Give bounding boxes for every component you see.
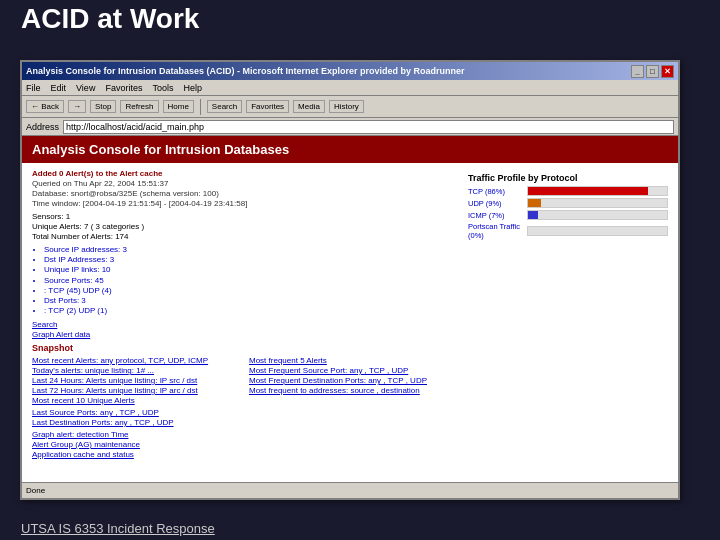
menu-bar: File Edit View Favorites Tools Help xyxy=(22,80,678,96)
address-input[interactable] xyxy=(63,120,674,134)
port-detail: : TCP (45) UDP (4) xyxy=(44,286,458,295)
search-link[interactable]: Search xyxy=(32,320,458,329)
minimize-button[interactable]: _ xyxy=(631,65,644,78)
udp-label[interactable]: UDP (9%) xyxy=(468,199,523,208)
maximize-button[interactable]: □ xyxy=(646,65,659,78)
toolbar-separator xyxy=(200,99,201,115)
browser-title: Analysis Console for Intrusion Databases… xyxy=(26,66,465,76)
toolbar: ← Back → Stop Refresh Home Search Favori… xyxy=(22,96,678,118)
tcp-bar xyxy=(528,187,648,195)
icmp-bar xyxy=(528,211,538,219)
snap-left-4[interactable]: Most recent 10 Unique Alerts xyxy=(32,396,241,405)
graph-alert-link[interactable]: Graph Alert data xyxy=(32,330,458,339)
right-panel: Traffic Profile by Protocol TCP (86%) UD… xyxy=(468,169,668,460)
stop-button[interactable]: Stop xyxy=(90,100,116,113)
left-panel: Added 0 Alert(s) to the Alert cache Quer… xyxy=(32,169,458,460)
snap-left-1[interactable]: Today's alerts: unique listing: 1# ... xyxy=(32,366,241,375)
time-window: Time window: [2004-04-19 21:51:54] - [20… xyxy=(32,199,458,208)
udp-bar xyxy=(528,199,541,207)
menu-edit[interactable]: Edit xyxy=(51,83,67,93)
source-ports: Source Ports: 45 xyxy=(44,276,458,285)
status-text: Done xyxy=(26,486,45,495)
browser-window: Analysis Console for Intrusion Databases… xyxy=(20,60,680,500)
udp-bar-container xyxy=(527,198,668,208)
status-bar: Done xyxy=(22,482,678,498)
snap-left-2[interactable]: Last 24 Hours: Alerts unique listing: IP… xyxy=(32,376,241,385)
database-info: Database: snort@robsa/325E (schema versi… xyxy=(32,189,458,198)
last-dest-ports[interactable]: Last Destination Ports: any , TCP , UDP xyxy=(32,418,458,427)
traffic-title: Traffic Profile by Protocol xyxy=(468,173,668,183)
address-label: Address xyxy=(26,122,59,132)
graph-alert-time[interactable]: Graph alert: detection Time xyxy=(32,430,458,439)
snapshot-title: Snapshot xyxy=(32,343,458,353)
snap-right-3[interactable]: Most Frequent Destination Ports: any , T… xyxy=(249,376,458,385)
main-content: Added 0 Alert(s) to the Alert cache Quer… xyxy=(22,163,678,466)
alert-cache: Added 0 Alert(s) to the Alert cache xyxy=(32,169,458,178)
bullet-item-1: Dst IP Addresses: 3 xyxy=(44,255,458,264)
snap-left-0[interactable]: Most recent Alerts: any protocol, TCP, U… xyxy=(32,356,241,365)
page-footer: UTSA IS 6353 Incident Response xyxy=(21,521,215,536)
refresh-button[interactable]: Refresh xyxy=(120,100,158,113)
acid-header: Analysis Console for Intrusion Databases xyxy=(22,136,678,163)
icmp-bar-container xyxy=(527,210,668,220)
alert-group[interactable]: Alert Group (AG) maintenance xyxy=(32,440,458,449)
menu-favorites[interactable]: Favorites xyxy=(105,83,142,93)
title-bar-buttons: _ □ ✕ xyxy=(631,65,674,78)
tcp-bar-container xyxy=(527,186,668,196)
unique-alerts: Unique Alerts: 7 ( 3 categories ) xyxy=(32,222,458,231)
back-button[interactable]: ← Back xyxy=(26,100,64,113)
address-bar: Address xyxy=(22,118,678,136)
traffic-row-icmp: ICMP (7%) xyxy=(468,210,668,220)
traffic-row-portscan: Portscan Traffic (0%) xyxy=(468,222,668,240)
bullet-item-0: Source IP addresses: 3 xyxy=(44,245,458,254)
portscan-label[interactable]: Portscan Traffic (0%) xyxy=(468,222,523,240)
page-title: ACID at Work xyxy=(21,3,199,35)
total-alerts: Total Number of Alerts: 174 xyxy=(32,232,458,241)
menu-help[interactable]: Help xyxy=(183,83,202,93)
dst-ports: Dst Ports: 3 xyxy=(44,296,458,305)
snapshot-section: Snapshot Most recent Alerts: any protoco… xyxy=(32,343,458,406)
sensors: Sensors: 1 xyxy=(32,212,458,221)
snapshot-columns: Most recent Alerts: any protocol, TCP, U… xyxy=(32,356,458,406)
bullet-list: Source IP addresses: 3 Dst IP Addresses:… xyxy=(44,245,458,274)
snap-right-2[interactable]: Most Frequent Source Port: any , TCP , U… xyxy=(249,366,458,375)
application[interactable]: Application cache and status xyxy=(32,450,458,459)
dst-port-detail: : TCP (2) UDP (1) xyxy=(44,306,458,315)
queried-on: Queried on Thu Apr 22, 2004 15:51:37 xyxy=(32,179,458,188)
icmp-label[interactable]: ICMP (7%) xyxy=(468,211,523,220)
menu-file[interactable]: File xyxy=(26,83,41,93)
favorites-button[interactable]: Favorites xyxy=(246,100,289,113)
ports-list: Source Ports: 45 : TCP (45) UDP (4) Dst … xyxy=(44,276,458,315)
traffic-row-udp: UDP (9%) xyxy=(468,198,668,208)
tcp-label[interactable]: TCP (86%) xyxy=(468,187,523,196)
menu-tools[interactable]: Tools xyxy=(152,83,173,93)
content-area: Analysis Console for Intrusion Databases… xyxy=(22,136,678,498)
title-bar: Analysis Console for Intrusion Databases… xyxy=(22,62,678,80)
portscan-bar-container xyxy=(527,226,668,236)
media-button[interactable]: Media xyxy=(293,100,325,113)
search-button[interactable]: Search xyxy=(207,100,242,113)
bullet-item-2: Unique IP links: 10 xyxy=(44,265,458,274)
links-section: Search Graph Alert data xyxy=(32,320,458,339)
snapshot-left: Most recent Alerts: any protocol, TCP, U… xyxy=(32,356,241,406)
traffic-row-tcp: TCP (86%) xyxy=(468,186,668,196)
snapshot-right: Most frequent 5 Alerts Most Frequent Sou… xyxy=(249,356,458,406)
last-source-ports[interactable]: Last Source Ports: any , TCP , UDP xyxy=(32,408,458,417)
traffic-profile: Traffic Profile by Protocol TCP (86%) UD… xyxy=(468,173,668,240)
history-button[interactable]: History xyxy=(329,100,364,113)
snap-right-5[interactable]: Most frequent to addresses: source , des… xyxy=(249,386,458,395)
forward-button[interactable]: → xyxy=(68,100,86,113)
snap-right-0[interactable]: Most frequent 5 Alerts xyxy=(249,356,458,365)
menu-view[interactable]: View xyxy=(76,83,95,93)
close-button[interactable]: ✕ xyxy=(661,65,674,78)
home-button[interactable]: Home xyxy=(163,100,194,113)
snap-left-3[interactable]: Last 72 Hours: Alerts unique listing: IP… xyxy=(32,386,241,395)
